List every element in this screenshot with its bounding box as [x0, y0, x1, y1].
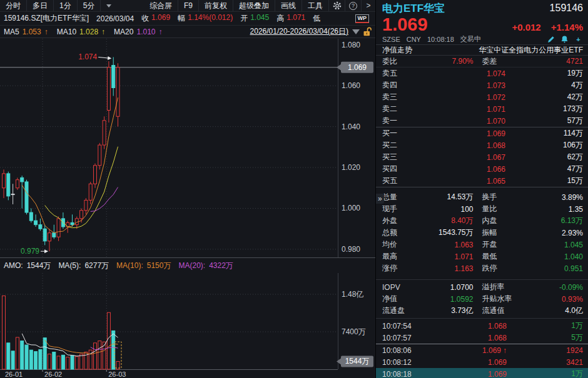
- ask-label: 卖五: [382, 68, 417, 79]
- add-button[interactable]: +: [574, 34, 583, 44]
- tick-row: 10:08:121.0693421: [376, 356, 588, 368]
- x-axis-label: 26-02: [44, 371, 62, 378]
- bid-price: 1.069: [417, 129, 505, 138]
- alert-button[interactable]: [560, 34, 569, 44]
- fund-full-name: 华宝中证全指电力公用事业ETF: [479, 45, 583, 56]
- date-range-selector[interactable]: 2026/01/20-2026/03/04(26日): [250, 26, 348, 37]
- ma5-label: MA5: [4, 27, 19, 36]
- ask-volume: 4万: [505, 80, 583, 91]
- unlock-icon[interactable]: [363, 27, 372, 36]
- menu-forward-adjust[interactable]: 前复权: [199, 0, 233, 11]
- bid-row[interactable]: 买一1.069114万: [376, 127, 588, 139]
- bid-label: 买二: [382, 140, 417, 151]
- bid-label: 买三: [382, 152, 417, 162]
- bid-row[interactable]: 买三1.06762万: [376, 151, 588, 163]
- ask-label: 卖二: [382, 104, 417, 114]
- tick-price-cell: 1.069↑: [427, 346, 507, 355]
- high-annotation: 1.074: [78, 52, 97, 61]
- ma-indicator-bar: MA51.053↑ MA101.028↑ MA201.010↑ 2026/01/…: [0, 26, 375, 38]
- vol-ma5-value: 6277万: [84, 261, 109, 271]
- menu-super-overlay[interactable]: 超级叠加: [233, 0, 275, 11]
- period-dropdown[interactable]: [101, 0, 117, 11]
- weibi-value: 7.90%: [418, 57, 474, 66]
- tick-list[interactable]: 10:07:541.0681万10:07:571.0685万10:08:061.…: [376, 319, 588, 378]
- ask-row[interactable]: 卖四1.0734万: [376, 79, 588, 91]
- quote-price-row: 1.069 +0.012 +1.14%: [376, 15, 588, 34]
- ask-label: 卖一: [382, 116, 417, 126]
- weibi-row: 委比 7.90% 委差 4721: [376, 56, 588, 67]
- quote-header: 电力ETF华宝 159146: [376, 0, 588, 15]
- ask-volume: 42万: [505, 92, 583, 102]
- ask-price: 1.070: [417, 117, 505, 126]
- svg-text:1.48亿: 1.48亿: [342, 290, 363, 299]
- bid-row[interactable]: 买四1.06647万: [376, 163, 588, 175]
- more-button[interactable]: >: [362, 0, 375, 11]
- stat-label: 换手: [474, 192, 529, 202]
- tab-fenshi[interactable]: 分时: [0, 0, 27, 11]
- menu-f9[interactable]: F9: [178, 0, 199, 11]
- high-label: 高: [276, 13, 284, 24]
- help-button[interactable]: ?: [345, 0, 362, 11]
- panel-collapse-handle[interactable]: »: [376, 194, 384, 204]
- ma20-value: 1.010: [136, 27, 155, 36]
- order-book: 卖五1.07419万卖四1.0734万卖三1.07242万卖二1.071173万…: [376, 67, 588, 187]
- exchange-label: SZSE: [382, 36, 400, 43]
- menu-draw-line[interactable]: 画线: [275, 0, 302, 11]
- stat-row: 均价1.063开盘1.045: [376, 239, 588, 251]
- edit-button[interactable]: [546, 34, 555, 44]
- ask-row[interactable]: 卖五1.07419万: [376, 67, 588, 79]
- toolbar-right-group: 综合屏 F9 前复权 超级叠加 画线 工具 ? >: [144, 0, 375, 11]
- tab-duori[interactable]: 多日: [27, 0, 54, 11]
- tick-volume: 1924: [507, 346, 583, 355]
- bid-row[interactable]: 买二1.068106万: [376, 139, 588, 151]
- svg-text:1544万: 1544万: [345, 357, 370, 366]
- vol-ma20-value: 4322万: [209, 261, 233, 271]
- stat-label: 净值: [382, 294, 418, 304]
- bid-row[interactable]: 买五1.06515万: [376, 175, 588, 187]
- vol-ma10-value: 5150万: [147, 261, 171, 271]
- amplitude-label: 幅: [178, 13, 185, 24]
- open-label: 开: [240, 13, 248, 24]
- menu-label: 画线: [281, 1, 296, 11]
- stat-label: 溢折率: [474, 282, 529, 292]
- stat-label: 流通值: [474, 306, 529, 316]
- stat-value: 1.063: [418, 241, 474, 249]
- tab-label: 1分: [59, 1, 71, 11]
- tick-price: 1.068: [488, 334, 507, 342]
- stat-value: 1.163: [418, 264, 474, 273]
- stat-value: 1.071: [418, 252, 474, 261]
- stat-row: 净值1.0592升贴水率0.93%: [376, 293, 588, 305]
- bid-volume: 47万: [505, 164, 583, 174]
- menu-composite-screen[interactable]: 综合屏: [144, 0, 178, 11]
- price-candlestick-chart[interactable]: 1.0801.0601.0401.0201.0000.9801.0691.074…: [0, 39, 375, 257]
- settings-button[interactable]: [329, 0, 345, 11]
- wp-tool-icon[interactable]: WP: [355, 14, 370, 23]
- tab-5min[interactable]: 5分: [78, 0, 101, 11]
- volume-bar-chart[interactable]: 1.48亿7400万1544万26-0126-0226-03: [0, 273, 375, 378]
- stat-row: 流通盘3.73亿流通值4.0亿: [376, 305, 588, 317]
- stat-label: 振幅: [474, 227, 529, 238]
- ask-row[interactable]: 卖一1.07057万: [376, 115, 588, 127]
- ask-price: 1.071: [417, 105, 505, 114]
- menu-label: 前复权: [205, 1, 227, 11]
- tab-1min[interactable]: 1分: [54, 0, 78, 11]
- plus-icon: +: [576, 36, 580, 43]
- svg-text:1.000: 1.000: [342, 204, 360, 212]
- tick-time: 10:07:57: [382, 334, 427, 342]
- amo-label: AMO:: [4, 261, 23, 270]
- tick-volume: 5万: [507, 332, 583, 343]
- price-change: +0.012: [512, 22, 540, 32]
- security-code: 159146: [550, 2, 583, 14]
- stat-row: IOPV1.0700溢折率-0.09%: [376, 281, 588, 293]
- chevron-down-icon[interactable]: [352, 29, 360, 34]
- weibi-label: 委比: [382, 56, 418, 67]
- bid-volume: 114万: [505, 128, 583, 139]
- bar-date: 2026/03/04: [96, 14, 134, 23]
- ask-row[interactable]: 卖二1.071173万: [376, 103, 588, 115]
- tick-price: 1.069: [482, 346, 501, 355]
- menu-tools[interactable]: 工具: [302, 0, 329, 11]
- tick-price: 1.069: [488, 370, 507, 378]
- nav-trend-link[interactable]: 净值走势: [382, 45, 412, 56]
- ask-row[interactable]: 卖三1.07242万: [376, 91, 588, 103]
- ma10-label: MA10: [57, 27, 76, 36]
